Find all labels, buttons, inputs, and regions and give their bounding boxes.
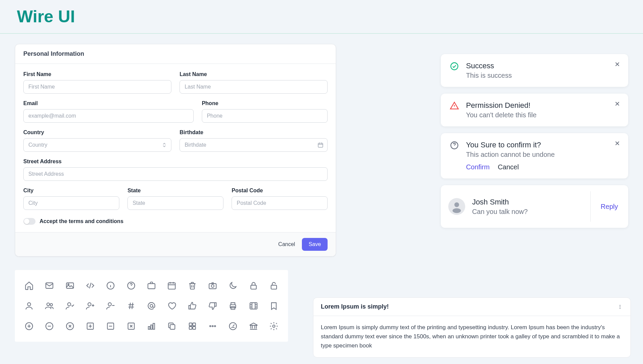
state-input[interactable] — [127, 196, 223, 210]
lock-icon — [243, 275, 263, 296]
svg-point-36 — [210, 325, 211, 327]
city-input[interactable] — [23, 196, 119, 210]
camera-icon — [203, 275, 223, 296]
state-label: State — [127, 188, 223, 194]
svg-point-46 — [620, 306, 620, 307]
user-minus-icon — [100, 296, 121, 316]
save-button[interactable]: Save — [302, 238, 328, 251]
svg-point-3 — [68, 284, 69, 285]
printer-icon — [223, 296, 243, 316]
svg-point-9 — [211, 285, 214, 287]
last-name-label: Last Name — [180, 71, 328, 77]
svg-rect-7 — [168, 283, 175, 289]
postal-label: Postal Code — [232, 188, 328, 194]
dots-vertical-icon[interactable] — [617, 304, 623, 310]
minus-circle-icon — [39, 316, 59, 336]
terms-label: Accept the terms and conditions — [40, 218, 123, 224]
first-name-input[interactable] — [23, 80, 171, 94]
lorem-card: Lorem Ipsum is simply! Lorem Ipsum is si… — [313, 297, 631, 358]
calendar-outline-icon — [162, 275, 182, 296]
dots-horizontal-icon — [203, 316, 223, 336]
close-button[interactable] — [614, 100, 621, 107]
svg-point-18 — [150, 305, 153, 307]
hash-icon — [121, 296, 141, 316]
street-label: Street Address — [23, 159, 328, 165]
bar-chart-icon — [141, 316, 162, 336]
city-label: City — [23, 188, 119, 194]
svg-rect-0 — [318, 143, 323, 147]
user-icon — [19, 296, 39, 316]
svg-point-40 — [272, 325, 275, 327]
avatar — [448, 198, 465, 215]
notification-desc: This action cannot be undone — [466, 151, 619, 159]
svg-point-13 — [47, 303, 50, 306]
user-check-icon — [60, 296, 80, 316]
copy-icon — [162, 316, 182, 336]
svg-rect-29 — [151, 325, 152, 330]
mail-icon — [39, 275, 59, 296]
email-label: Email — [23, 100, 194, 106]
svg-rect-6 — [148, 284, 155, 289]
briefcase-icon — [141, 275, 162, 296]
message-sender: Josh Smith — [472, 198, 590, 207]
notification-desc: You can't delete this file — [466, 111, 619, 119]
close-button[interactable] — [614, 61, 621, 68]
brand-logo: Wire UI — [17, 7, 626, 26]
users-icon — [39, 296, 59, 316]
svg-point-45 — [620, 305, 620, 306]
app-header: Wire UI — [0, 0, 643, 34]
message-text: Can you talk now? — [472, 208, 590, 216]
svg-point-16 — [88, 303, 91, 306]
unlock-icon — [264, 275, 284, 296]
reply-button[interactable]: Reply — [590, 191, 628, 222]
country-label: Country — [23, 129, 171, 136]
notification-error: Permission Denied! You can't delete this… — [441, 94, 628, 126]
notification-success: Success This is success — [441, 54, 628, 87]
film-icon — [243, 296, 263, 316]
notification-title: Success — [466, 62, 619, 70]
notification-confirm: You Sure to confirm it? This action cann… — [441, 133, 628, 178]
gear-icon — [264, 316, 284, 336]
cancel-confirm-button[interactable]: Cancel — [498, 163, 519, 171]
svg-point-41 — [451, 63, 458, 70]
svg-point-43 — [454, 202, 459, 207]
svg-rect-28 — [148, 326, 150, 329]
grid-icon — [182, 316, 203, 336]
svg-point-15 — [68, 303, 71, 306]
chevron-up-down-icon — [161, 142, 167, 148]
code-icon — [80, 275, 100, 296]
home-icon — [19, 275, 39, 296]
country-select[interactable] — [23, 138, 171, 152]
lorem-body: Lorem Ipsum is simply dummy text of the … — [313, 316, 630, 357]
svg-rect-34 — [189, 326, 192, 329]
close-button[interactable] — [614, 140, 621, 147]
email-input[interactable] — [23, 109, 194, 123]
svg-rect-30 — [153, 323, 155, 330]
street-input[interactable] — [23, 167, 328, 181]
confirm-button[interactable]: Confirm — [466, 163, 490, 171]
notification-title: Permission Denied! — [466, 101, 619, 110]
svg-point-47 — [620, 308, 620, 309]
birthdate-input[interactable] — [180, 138, 328, 152]
alert-triangle-icon — [450, 101, 459, 111]
phone-input[interactable] — [202, 109, 328, 123]
cancel-button[interactable]: Cancel — [278, 241, 295, 247]
check-circle-icon — [450, 62, 459, 71]
last-name-input[interactable] — [180, 80, 328, 94]
postal-input[interactable] — [232, 196, 328, 210]
trash-icon — [182, 275, 203, 296]
terms-toggle[interactable] — [23, 218, 35, 225]
thumbs-down-icon — [203, 296, 223, 316]
question-circle-icon — [450, 141, 459, 150]
user-plus-icon — [80, 296, 100, 316]
minus-square-icon — [100, 316, 121, 336]
heart-icon — [162, 296, 182, 316]
svg-rect-32 — [189, 323, 192, 326]
plus-circle-icon — [19, 316, 39, 336]
notification-desc: This is success — [466, 72, 619, 79]
svg-rect-11 — [271, 285, 277, 289]
calendar-icon — [317, 142, 324, 148]
first-name-label: First Name — [23, 71, 171, 77]
thumbs-up-icon — [182, 296, 203, 316]
svg-rect-31 — [170, 324, 175, 329]
